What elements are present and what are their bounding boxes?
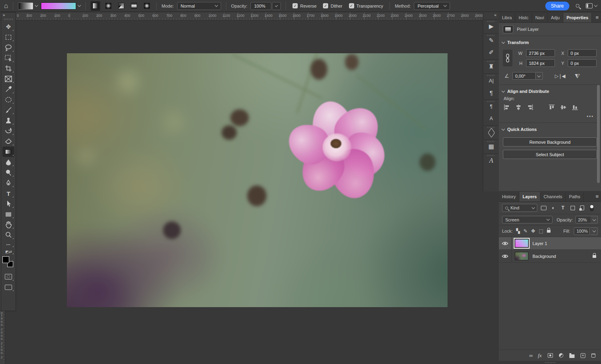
lock-position-button[interactable]: ✥ (531, 228, 535, 234)
canvas-area[interactable] (5, 20, 483, 364)
layer-fill-field[interactable]: 100% (574, 227, 590, 235)
hand-tool[interactable] (2, 219, 14, 230)
layer-row-background[interactable]: Background (499, 250, 601, 263)
actions-panel-button[interactable]: ▶ (483, 20, 499, 32)
tab-paths[interactable]: Paths (566, 192, 584, 201)
character-panel-button[interactable]: A| (483, 74, 499, 86)
tab-properties[interactable]: Properties (563, 13, 592, 22)
lock-artboard-button[interactable]: ⬚ (539, 228, 543, 234)
filtering-toggle[interactable] (589, 205, 595, 211)
paragraph-panel-button[interactable]: ¶ (483, 86, 499, 99)
properties-scrollbar[interactable] (597, 85, 600, 183)
shape-tool[interactable] (2, 209, 14, 219)
toolbar-collapse-button[interactable]: » (1, 12, 16, 18)
lock-all-button[interactable] (547, 229, 551, 233)
method-select[interactable]: Perceptual (414, 2, 450, 10)
panel-resize-grip[interactable] (499, 361, 601, 364)
object-selection-tool[interactable] (2, 53, 14, 63)
layer-thumbnail[interactable] (515, 252, 528, 260)
color-swatches[interactable] (2, 256, 14, 269)
search-icon[interactable] (576, 4, 579, 8)
rotation-dropdown-button[interactable] (536, 72, 543, 80)
layer-styles-button[interactable]: fx (538, 352, 542, 359)
home-icon[interactable]: ⌂ (4, 2, 8, 10)
history-brush-tool[interactable] (2, 126, 14, 136)
tab-navigator[interactable]: Navi (532, 13, 548, 22)
tab-libraries[interactable]: Libra (499, 13, 515, 22)
filter-smart-objects-button[interactable] (579, 205, 585, 210)
linear-gradient-button[interactable] (91, 1, 100, 11)
dodge-tool[interactable] (2, 167, 14, 178)
fill-dropdown-button[interactable] (591, 227, 598, 235)
filter-adjustment-layers-button[interactable]: ◐ (550, 205, 557, 211)
delete-layer-button[interactable] (591, 354, 595, 358)
diamond-gradient-button[interactable] (142, 1, 151, 11)
tab-histogram[interactable]: Histc (515, 13, 532, 22)
opacity-dropdown-button[interactable] (591, 216, 598, 223)
filter-shape-layers-button[interactable] (569, 206, 576, 210)
gradient-tool[interactable] (2, 147, 14, 157)
toolbar-grip[interactable] (4, 18, 13, 20)
move-tool[interactable]: ✥ (2, 22, 14, 32)
share-button[interactable]: Share (545, 2, 569, 10)
reverse-checkbox[interactable]: ✓ Reverse (292, 3, 317, 8)
layer-name[interactable]: Layer 1 (532, 241, 547, 246)
swap-colors-button[interactable]: ◩ ⇄ (2, 248, 14, 255)
panel-menu-icon[interactable]: ≡ (595, 14, 599, 20)
document-canvas[interactable] (67, 53, 448, 307)
paragraph-styles-panel-button[interactable]: A (483, 113, 499, 125)
healing-brush-tool[interactable] (2, 95, 14, 105)
rotation-field[interactable]: 0,00° (512, 72, 536, 80)
edit-toolbar-button[interactable]: ••• (2, 240, 14, 248)
blur-tool[interactable] (2, 157, 14, 167)
panels-collapse-button[interactable]: « (483, 12, 499, 19)
path-selection-tool[interactable] (2, 199, 14, 209)
constrain-proportions-button[interactable] (503, 50, 512, 66)
blend-mode-select[interactable]: Screen (502, 216, 553, 223)
workspace-switcher[interactable] (586, 3, 597, 8)
align-left-edges-button[interactable] (504, 104, 510, 111)
align-vertical-centers-button[interactable] (560, 104, 567, 111)
align-top-edges-button[interactable] (549, 104, 555, 111)
align-bottom-edges-button[interactable] (572, 104, 578, 111)
filter-kind-select[interactable]: Kind (502, 204, 537, 212)
layer-visibility-toggle[interactable] (499, 250, 512, 262)
dither-checkbox[interactable]: ✓ Dither (323, 3, 342, 8)
tab-channels[interactable]: Channels (540, 192, 566, 201)
gradient-picker[interactable] (41, 2, 81, 10)
new-group-button[interactable] (569, 353, 575, 358)
eraser-tool[interactable] (2, 136, 14, 147)
layer-row-layer-1[interactable]: Layer 1 (499, 237, 601, 250)
link-layers-button[interactable]: ∞ (529, 353, 532, 358)
filter-type-layers-button[interactable]: T (560, 205, 566, 211)
transform-section-header[interactable]: Transform (499, 36, 601, 47)
flip-horizontal-button[interactable]: ▷❘◀ (555, 73, 565, 79)
panel-menu-icon[interactable]: ≡ (595, 193, 599, 199)
layer-visibility-toggle[interactable] (499, 237, 512, 249)
new-adjustment-layer-button[interactable] (559, 353, 563, 358)
width-field[interactable]: 2736 px (526, 49, 555, 57)
angle-gradient-button[interactable] (116, 1, 126, 11)
tool-preset-picker[interactable] (18, 2, 38, 10)
mode-select[interactable]: Normal (177, 2, 221, 10)
eyedropper-tool[interactable] (2, 84, 14, 95)
brush-tool[interactable] (2, 105, 14, 115)
align-horizontal-centers-button[interactable] (515, 104, 522, 111)
brushes-panel-button[interactable]: ✐ (483, 46, 499, 58)
clone-stamp-tool[interactable] (2, 115, 14, 126)
screen-mode-button[interactable] (2, 282, 14, 292)
crop-tool[interactable] (2, 63, 14, 74)
quick-actions-section-header[interactable]: Quick Actions (499, 123, 601, 134)
align-right-edges-button[interactable] (527, 104, 533, 111)
lock-paint-button[interactable]: ✎ (524, 228, 528, 234)
clone-source-panel-button[interactable]: ♜ (483, 60, 499, 72)
filter-pixel-layers-button[interactable] (540, 206, 547, 210)
frame-tool[interactable] (2, 74, 14, 84)
reflected-gradient-button[interactable] (129, 1, 139, 11)
tab-history[interactable]: History (499, 192, 519, 201)
add-layer-mask-button[interactable] (548, 353, 553, 358)
flip-vertical-button[interactable]: ⧨ (575, 72, 579, 80)
opacity-dropdown-button[interactable] (272, 2, 281, 10)
character-styles-panel-button[interactable]: ¶ (483, 101, 499, 113)
type-tool[interactable]: T (2, 188, 14, 199)
